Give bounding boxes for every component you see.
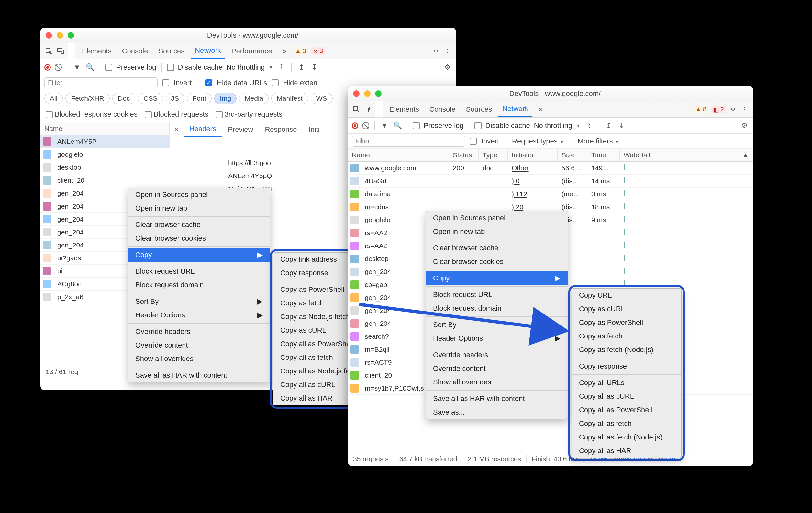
- ctx-show-overrides[interactable]: Show all overrides: [128, 352, 270, 366]
- col-waterfall[interactable]: Waterfall▲: [620, 148, 753, 161]
- wifi-icon[interactable]: ⌇: [584, 121, 593, 130]
- chip-manifest[interactable]: Manifest: [271, 93, 308, 104]
- tab-network[interactable]: Network: [191, 43, 225, 59]
- chip-all[interactable]: All: [44, 93, 63, 104]
- tab-performance[interactable]: Performance: [228, 43, 276, 59]
- copy-option[interactable]: Copy as fetch (Node.js): [572, 343, 681, 357]
- clear-icon[interactable]: [362, 122, 369, 129]
- kebab-icon[interactable]: ⋮: [740, 105, 749, 114]
- invert-checkbox[interactable]: [162, 79, 169, 86]
- chip-fetchxhr[interactable]: Fetch/XHR: [65, 93, 110, 104]
- ctx-copy[interactable]: Copy▶: [128, 248, 270, 262]
- minimize-icon[interactable]: [57, 32, 63, 38]
- hide-ext-checkbox[interactable]: [271, 79, 279, 86]
- tab-network[interactable]: Network: [498, 101, 532, 117]
- tab-elements[interactable]: Elements: [385, 101, 423, 117]
- upload-icon[interactable]: ↥: [604, 121, 613, 130]
- ctx-copy[interactable]: Copy▶: [426, 271, 568, 285]
- throttling-select[interactable]: No throttling: [534, 122, 573, 130]
- tab-response[interactable]: Response: [259, 122, 302, 137]
- ctx-sort-by[interactable]: Sort By▶: [426, 318, 568, 332]
- chevron-down-icon[interactable]: ▼: [576, 123, 581, 128]
- copy-option[interactable]: Copy response: [572, 359, 681, 373]
- ctx-clear-cache[interactable]: Clear browser cache: [426, 241, 568, 255]
- disable-cache-checkbox[interactable]: [167, 64, 174, 71]
- table-row[interactable]: data:ima):112(me…0 ms: [348, 188, 753, 200]
- col-name[interactable]: Name: [348, 148, 449, 161]
- ctx-clear-cookies[interactable]: Clear browser cookies: [426, 255, 568, 269]
- search-icon[interactable]: 🔍: [85, 63, 94, 72]
- ctx-block-domain[interactable]: Block request domain: [128, 278, 270, 292]
- ctx-open-sources[interactable]: Open in Sources panel: [128, 188, 270, 201]
- tab-headers[interactable]: Headers: [183, 122, 222, 137]
- device-icon[interactable]: [56, 47, 65, 56]
- ctx-show-overrides[interactable]: Show all overrides: [426, 375, 568, 389]
- ctx-clear-cookies[interactable]: Clear browser cookies: [128, 232, 270, 245]
- clear-icon[interactable]: [55, 64, 62, 71]
- ctx-override-headers[interactable]: Override headers: [426, 348, 568, 362]
- inspect-icon[interactable]: [352, 105, 361, 114]
- col-size[interactable]: Size: [558, 148, 587, 161]
- chip-doc[interactable]: Doc: [112, 93, 135, 104]
- filter-icon[interactable]: ▼: [72, 63, 82, 72]
- request-row[interactable]: ANLem4Y5P: [40, 135, 170, 148]
- tab-elements[interactable]: Elements: [78, 43, 116, 59]
- zoom-icon[interactable]: [68, 32, 74, 38]
- tab-console[interactable]: Console: [426, 101, 460, 117]
- hide-data-urls-checkbox[interactable]: [205, 79, 212, 86]
- col-name[interactable]: Name: [40, 122, 170, 135]
- ctx-save-as[interactable]: Save as...: [426, 405, 568, 419]
- inspect-icon[interactable]: [44, 47, 53, 56]
- copy-option[interactable]: Copy URL: [572, 289, 681, 302]
- search-icon[interactable]: 🔍: [393, 121, 402, 130]
- invert-checkbox[interactable]: [470, 138, 477, 145]
- chip-js[interactable]: JS: [166, 93, 185, 104]
- gear-icon[interactable]: ⚙: [443, 63, 452, 72]
- copy-option[interactable]: Copy as fetch: [572, 329, 681, 343]
- tab-sources[interactable]: Sources: [154, 43, 188, 59]
- close-icon[interactable]: [353, 90, 359, 97]
- download-icon[interactable]: ↧: [310, 63, 319, 72]
- ctx-override-headers[interactable]: Override headers: [128, 325, 270, 339]
- warnings-badge[interactable]: ▲ 8: [693, 106, 708, 113]
- filter-input[interactable]: [44, 77, 157, 88]
- chip-img[interactable]: Img: [214, 93, 237, 104]
- more-tabs-icon[interactable]: »: [535, 101, 547, 117]
- chip-media[interactable]: Media: [239, 93, 269, 104]
- ctx-override-content[interactable]: Override content: [426, 362, 568, 375]
- copy-option[interactable]: Copy as PowerShell: [572, 316, 681, 329]
- tab-sources[interactable]: Sources: [462, 101, 496, 117]
- ctx-open-sources[interactable]: Open in Sources panel: [426, 211, 568, 225]
- checkbox[interactable]: [145, 111, 152, 118]
- more-tabs-icon[interactable]: »: [279, 43, 290, 59]
- filter-input[interactable]: [352, 136, 465, 147]
- chevron-down-icon[interactable]: ▼: [269, 65, 273, 70]
- zoom-icon[interactable]: [375, 90, 382, 97]
- tab-preview[interactable]: Preview: [222, 122, 259, 137]
- record-icon[interactable]: [352, 123, 358, 129]
- copy-option[interactable]: Copy all as fetch: [572, 417, 681, 430]
- errors-badge[interactable]: ◧ 2: [711, 106, 726, 113]
- chip-font[interactable]: Font: [187, 93, 212, 104]
- errors-badge[interactable]: ⨯ 3: [311, 47, 325, 55]
- col-type[interactable]: Type: [478, 148, 508, 161]
- checkbox[interactable]: [46, 111, 53, 118]
- checkbox[interactable]: [215, 111, 223, 118]
- ctx-block-url[interactable]: Block request URL: [426, 288, 568, 301]
- gear-icon[interactable]: ⚙: [728, 105, 737, 114]
- chip-css[interactable]: CSS: [138, 93, 163, 104]
- request-types-button[interactable]: Request types ▼: [512, 137, 564, 145]
- ctx-clear-cache[interactable]: Clear browser cache: [128, 218, 270, 232]
- wifi-icon[interactable]: ⌇: [277, 63, 286, 72]
- close-icon[interactable]: ×: [170, 125, 183, 134]
- ctx-block-domain[interactable]: Block request domain: [426, 301, 568, 315]
- more-filters-button[interactable]: More filters ▼: [578, 137, 619, 145]
- col-initiator[interactable]: Initiator: [508, 148, 558, 161]
- preserve-log-checkbox[interactable]: [105, 64, 112, 71]
- request-row[interactable]: client_20: [40, 174, 170, 187]
- request-row[interactable]: googlelo: [40, 148, 170, 161]
- ctx-block-url[interactable]: Block request URL: [128, 265, 270, 278]
- ctx-override-content[interactable]: Override content: [128, 339, 270, 352]
- device-icon[interactable]: [364, 105, 373, 114]
- filter-icon[interactable]: ▼: [380, 121, 389, 130]
